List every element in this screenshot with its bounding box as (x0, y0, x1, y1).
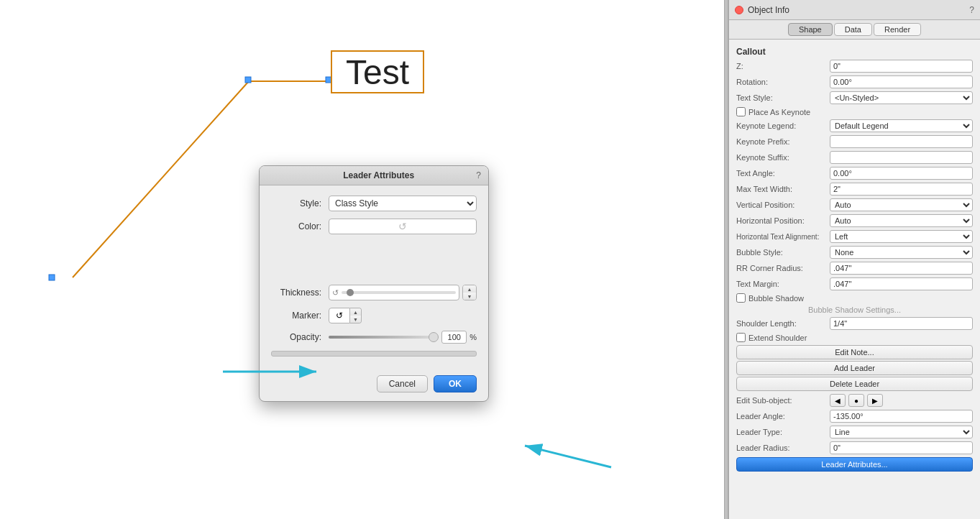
tab-shape[interactable]: Shape (788, 23, 833, 36)
marker-down-btn[interactable]: ▼ (350, 316, 361, 323)
sub-obj-next-btn[interactable]: ▶ (867, 394, 883, 407)
ok-button[interactable]: OK (434, 375, 477, 392)
delete-leader-button[interactable]: Delete Leader (736, 377, 973, 391)
opacity-row: Opacity: 100 % (271, 331, 477, 344)
keynote-legend-label: Keynote Legend: (736, 121, 830, 130)
tab-bar: Shape Data Render (729, 20, 980, 40)
marker-stepper: ▲ ▼ (350, 308, 362, 323)
field-row-keynote-suffix: Keynote Suffix: (729, 150, 980, 165)
marker-up-btn[interactable]: ▲ (350, 308, 361, 316)
dialog-spacer (271, 242, 477, 285)
text-style-select[interactable]: <Un-Styled> (830, 91, 973, 104)
shoulder-length-value (830, 317, 973, 330)
add-leader-button[interactable]: Add Leader (736, 361, 973, 375)
vertical-position-select[interactable]: Auto (830, 198, 973, 211)
leader-radius-input[interactable] (830, 441, 973, 454)
extend-shoulder-checkbox[interactable] (736, 333, 746, 342)
sub-obj-prev-btn[interactable]: ◀ (830, 394, 846, 407)
field-row-leader-type: Leader Type: Line (729, 424, 980, 440)
rotation-input[interactable] (830, 75, 973, 88)
extend-shoulder-label: Extend Shoulder (748, 334, 807, 342)
leader-radius-label: Leader Radius: (736, 444, 830, 452)
style-control: Class Style (329, 196, 477, 211)
edit-sub-object-label: Edit Sub-object: (736, 396, 830, 405)
text-angle-input[interactable] (830, 167, 973, 180)
keynote-suffix-label: Keynote Suffix: (736, 153, 830, 162)
svg-line-0 (73, 81, 249, 277)
thickness-up-btn[interactable]: ▲ (463, 285, 476, 293)
color-label: Color: (271, 221, 329, 231)
section-callout: Callout (729, 44, 980, 58)
panel-help-icon[interactable]: ? (969, 5, 974, 15)
thickness-down-btn[interactable]: ▼ (463, 293, 476, 300)
cancel-button[interactable]: Cancel (377, 375, 428, 392)
dialog-titlebar: Leader Attributes ? (260, 166, 488, 185)
leader-radius-value (830, 441, 973, 454)
place-as-keynote-label: Place As Keynote (748, 108, 810, 116)
marker-control: ▲ ▼ (329, 308, 362, 323)
tab-data[interactable]: Data (834, 23, 872, 36)
opacity-slider-wrap: 100 % (329, 331, 477, 344)
extend-shoulder-row: Extend Shoulder (729, 331, 980, 344)
style-select[interactable]: Class Style (329, 196, 477, 211)
h-text-align-value: Left (830, 230, 973, 243)
keynote-prefix-value (830, 135, 973, 148)
place-as-keynote-row: Place As Keynote (729, 106, 980, 118)
text-margin-input[interactable] (830, 277, 973, 290)
tab-render[interactable]: Render (874, 23, 921, 36)
sub-obj-dot-btn[interactable]: ● (848, 394, 864, 407)
color-control: ↺ (329, 219, 477, 234)
field-row-text-style: Text Style: <Un-Styled> (729, 90, 980, 106)
edit-note-button[interactable]: Edit Note... (736, 345, 973, 359)
style-label: Style: (271, 198, 329, 208)
place-as-keynote-checkbox[interactable] (736, 107, 746, 116)
bubble-style-select[interactable]: None (830, 246, 973, 259)
bubble-shadow-checkbox[interactable] (736, 293, 746, 303)
vertical-position-label: Vertical Position: (736, 201, 830, 209)
h-text-align-select[interactable]: Left (830, 230, 973, 243)
thickness-control: ↺ (329, 285, 459, 300)
color-row: Color: ↺ (271, 219, 477, 234)
bubble-shadow-label: Bubble Shadow (748, 294, 804, 303)
opacity-slider[interactable] (329, 336, 439, 339)
opacity-unit: % (470, 333, 477, 341)
svg-rect-3 (245, 77, 251, 83)
canvas-area: Test Leader Attributes ? Style: Class St… (0, 0, 724, 519)
field-row-rotation: Rotation: (729, 74, 980, 90)
text-style-value: <Un-Styled> (830, 91, 973, 104)
z-input[interactable] (830, 60, 973, 73)
test-label-box: Test (331, 50, 424, 93)
color-button[interactable]: ↺ (329, 219, 477, 234)
panel-close-btn[interactable]: ✕ (735, 6, 743, 14)
right-panel: ✕ Object Info ? Shape Data Render Callou… (728, 0, 980, 519)
text-margin-value (830, 277, 973, 290)
keynote-suffix-input[interactable] (830, 151, 973, 164)
horizontal-position-select[interactable]: Auto (830, 214, 973, 227)
leader-attributes-dialog: Leader Attributes ? Style: Class Style C… (259, 165, 489, 402)
text-angle-label: Text Angle: (736, 169, 830, 178)
leader-angle-label: Leader Angle: (736, 412, 830, 421)
dialog-body: Style: Class Style Color: ↺ (260, 185, 488, 371)
leader-type-value: Line (830, 426, 973, 438)
max-text-width-value (830, 183, 973, 196)
leader-angle-input[interactable] (830, 410, 973, 423)
marker-field[interactable] (329, 308, 350, 323)
thickness-slider[interactable] (342, 291, 456, 294)
max-text-width-input[interactable] (830, 183, 973, 196)
opacity-value: 100 (441, 331, 467, 344)
rr-corner-input[interactable] (830, 262, 973, 275)
rotation-value (830, 75, 973, 88)
leader-type-select[interactable]: Line (830, 426, 973, 438)
leader-type-label: Leader Type: (736, 428, 830, 436)
keynote-prefix-input[interactable] (830, 135, 973, 148)
dialog-title: Leader Attributes (281, 170, 476, 180)
marker-row: Marker: ▲ ▼ (271, 308, 477, 323)
shoulder-length-label: Shoulder Length: (736, 319, 830, 328)
shoulder-length-input[interactable] (830, 317, 973, 330)
leader-attributes-button[interactable]: Leader Attributes... (736, 457, 973, 472)
dialog-help-icon[interactable]: ? (476, 170, 481, 180)
opacity-label: Opacity: (271, 332, 329, 342)
keynote-legend-select[interactable]: Default Legend (830, 119, 973, 132)
field-row-text-margin: Text Margin: (729, 276, 980, 292)
field-row-h-text-align: Horizontal Text Alignment: Left (729, 229, 980, 244)
